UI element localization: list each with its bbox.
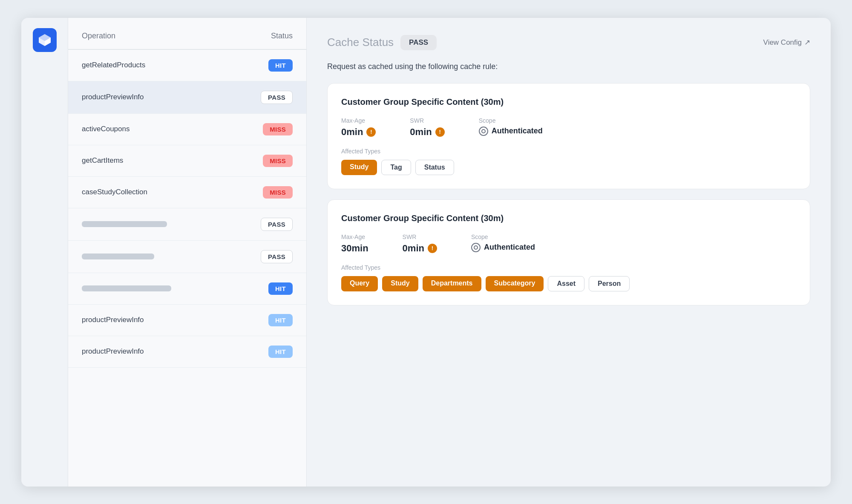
tag-pill[interactable]: Study bbox=[341, 160, 377, 175]
external-link-icon: ↗ bbox=[804, 38, 810, 47]
tag-pill[interactable]: Subcategory bbox=[486, 276, 544, 291]
ops-item-name: caseStudyCollection bbox=[82, 188, 147, 196]
warning-icon: ! bbox=[435, 127, 445, 137]
ops-status-badge: MISS bbox=[263, 186, 293, 199]
request-description: Request as cached using the following ca… bbox=[327, 62, 810, 71]
ops-item-name: activeCoupons bbox=[82, 125, 130, 133]
tag-pill[interactable]: Person bbox=[589, 276, 630, 291]
status-column-header: Status bbox=[271, 32, 293, 40]
ops-item[interactable]: PASS bbox=[68, 241, 306, 273]
tag-pill[interactable]: Asset bbox=[548, 276, 584, 291]
scope-inner-circle bbox=[474, 245, 478, 250]
metric-number: 30min bbox=[341, 243, 368, 254]
ops-item[interactable]: productPreviewInfo HIT bbox=[68, 305, 306, 336]
scope-value: Authenticated bbox=[471, 243, 535, 252]
view-config-button[interactable]: View Config ↗ bbox=[763, 38, 810, 47]
ops-item[interactable]: HIT bbox=[68, 273, 306, 305]
cache-header-left: Cache Status PASS bbox=[327, 35, 437, 50]
view-config-label: View Config bbox=[763, 38, 802, 47]
metric-scope: Scope Authenticated bbox=[471, 233, 535, 254]
metric-label-scope: Scope bbox=[479, 117, 543, 124]
warning-icon: ! bbox=[428, 244, 437, 253]
card-metrics: Max-Age 30min SWR 0min ! Scope bbox=[341, 233, 796, 254]
card-title: Customer Group Specific Content (30m) bbox=[341, 97, 796, 107]
metric-1: SWR 0min ! bbox=[403, 233, 437, 254]
tag-pill[interactable]: Query bbox=[341, 276, 378, 291]
tag-pill[interactable]: Status bbox=[415, 160, 454, 175]
metric-value-1: 0min ! bbox=[410, 127, 444, 138]
cache-status-badge: PASS bbox=[400, 35, 437, 50]
ops-item[interactable]: getCartItems MISS bbox=[68, 145, 306, 177]
tag-pill[interactable]: Study bbox=[382, 276, 418, 291]
ops-status-badge: MISS bbox=[263, 123, 293, 135]
ops-item[interactable]: activeCoupons MISS bbox=[68, 114, 306, 145]
cache-header: Cache Status PASS View Config ↗ bbox=[327, 35, 810, 50]
ops-item-name: productPreviewInfo bbox=[82, 347, 144, 356]
operation-column-header: Operation bbox=[82, 32, 115, 40]
ops-item-name: productPreviewInfo bbox=[82, 93, 144, 101]
ops-item-name: getCartItems bbox=[82, 156, 123, 165]
operations-list: getRelatedProducts HIT productPreviewInf… bbox=[68, 50, 306, 368]
scope-text: Authenticated bbox=[492, 127, 543, 135]
card-title: Customer Group Specific Content (30m) bbox=[341, 213, 796, 223]
metric-label-0: Max-Age bbox=[341, 117, 376, 124]
metric-number: 0min bbox=[403, 243, 424, 254]
app-logo[interactable] bbox=[33, 28, 57, 52]
metric-value-0: 30min bbox=[341, 243, 368, 254]
main-content: Cache Status PASS View Config ↗ Request … bbox=[307, 18, 831, 487]
app-container: Operation Status getRelatedProducts HIT … bbox=[21, 18, 831, 487]
metric-value-1: 0min ! bbox=[403, 243, 437, 254]
metric-0: Max-Age 30min bbox=[341, 233, 368, 254]
operations-panel: Operation Status getRelatedProducts HIT … bbox=[68, 18, 307, 487]
tag-pill[interactable]: Departments bbox=[423, 276, 481, 291]
ops-item[interactable]: productPreviewInfo HIT bbox=[68, 336, 306, 368]
cache-card-2: Customer Group Specific Content (30m) Ma… bbox=[327, 199, 810, 305]
tags-row: StudyTagStatus bbox=[341, 160, 796, 175]
metric-label-1: SWR bbox=[410, 117, 444, 124]
ops-item[interactable]: productPreviewInfo PASS bbox=[68, 81, 306, 114]
ops-status-badge: HIT bbox=[268, 314, 293, 326]
ops-item-name: productPreviewInfo bbox=[82, 316, 144, 324]
sidebar bbox=[21, 18, 68, 487]
metric-number: 0min bbox=[341, 127, 363, 138]
ops-item-name: getRelatedProducts bbox=[82, 61, 145, 69]
ops-item-skeleton bbox=[82, 253, 154, 259]
metric-0: Max-Age 0min ! bbox=[341, 117, 376, 138]
metric-value-0: 0min ! bbox=[341, 127, 376, 138]
metric-label-0: Max-Age bbox=[341, 233, 368, 240]
ops-item[interactable]: caseStudyCollection MISS bbox=[68, 177, 306, 208]
tag-pill[interactable]: Tag bbox=[381, 160, 411, 175]
cache-status-label: Cache Status bbox=[327, 36, 394, 49]
ops-status-badge: HIT bbox=[268, 346, 293, 358]
metric-scope: Scope Authenticated bbox=[479, 117, 543, 138]
scope-value: Authenticated bbox=[479, 127, 543, 136]
cards-container: Customer Group Specific Content (30m) Ma… bbox=[327, 83, 810, 305]
ops-item-skeleton bbox=[82, 285, 171, 291]
ops-status-badge: PASS bbox=[261, 91, 293, 104]
affected-types-label: Affected Types bbox=[341, 264, 796, 271]
ops-status-badge: PASS bbox=[261, 250, 293, 263]
ops-status-badge: HIT bbox=[268, 59, 293, 72]
metric-label-1: SWR bbox=[403, 233, 437, 240]
ops-status-badge: MISS bbox=[263, 155, 293, 167]
ops-status-badge: HIT bbox=[268, 282, 293, 295]
ops-item-skeleton bbox=[82, 221, 167, 227]
warning-icon: ! bbox=[366, 127, 376, 137]
metric-number: 0min bbox=[410, 127, 432, 138]
scope-icon bbox=[479, 127, 488, 136]
card-metrics: Max-Age 0min ! SWR 0min ! Scope bbox=[341, 117, 796, 138]
affected-types-label: Affected Types bbox=[341, 148, 796, 155]
tags-row: QueryStudyDepartmentsSubcategoryAssetPer… bbox=[341, 276, 796, 291]
ops-header: Operation Status bbox=[68, 32, 306, 50]
ops-status-badge: PASS bbox=[261, 218, 293, 231]
ops-item[interactable]: PASS bbox=[68, 208, 306, 241]
cache-card-1: Customer Group Specific Content (30m) Ma… bbox=[327, 83, 810, 189]
ops-item[interactable]: getRelatedProducts HIT bbox=[68, 50, 306, 81]
scope-inner-circle bbox=[481, 129, 486, 133]
scope-icon bbox=[471, 243, 481, 252]
metric-label-scope: Scope bbox=[471, 233, 535, 240]
scope-text: Authenticated bbox=[484, 243, 535, 252]
metric-1: SWR 0min ! bbox=[410, 117, 444, 138]
